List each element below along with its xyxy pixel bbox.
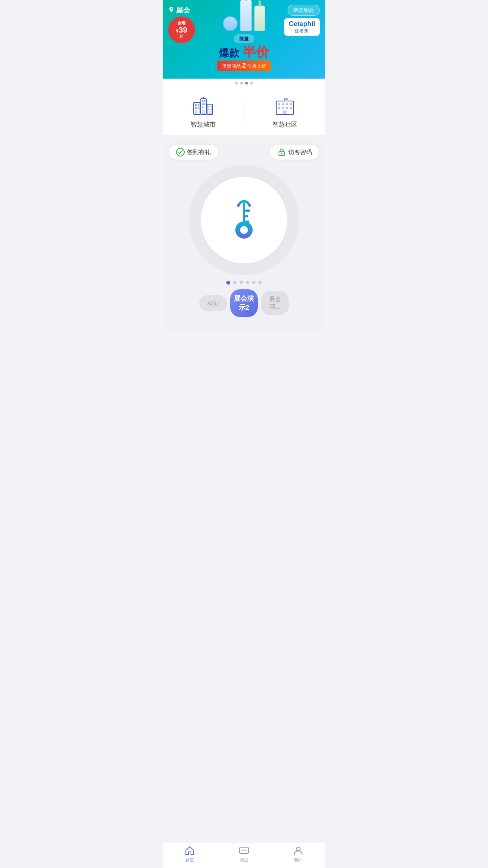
- banner-main-content: 限量 爆款 半价 指定商品 2 件折上折: [217, 0, 271, 71]
- community-building-icon: [274, 96, 296, 118]
- svg-rect-9: [202, 103, 204, 105]
- limit-badge: 限量: [234, 34, 254, 43]
- banner-dot-1: [235, 82, 238, 85]
- home-icon: [185, 846, 195, 856]
- svg-rect-37: [245, 210, 250, 212]
- svg-rect-18: [209, 111, 212, 114]
- svg-point-33: [176, 148, 184, 156]
- carousel-dot-6: [259, 281, 262, 284]
- carousel-dot-5: [252, 281, 255, 284]
- bottom-spacer: [163, 331, 325, 359]
- svg-rect-10: [204, 103, 205, 105]
- tab-demo3[interactable]: 展会演...: [261, 291, 289, 315]
- banner-section: 屋会 全场 ¥39 起 绑定钥匙 Cetaphil 丝塔芙: [163, 0, 325, 79]
- location-pin-icon: [168, 7, 174, 14]
- price-amount: ¥39: [176, 26, 187, 34]
- svg-rect-38: [245, 215, 248, 217]
- banner-dot-3: [245, 82, 248, 85]
- bottom-navigation: 首页 消息 我的: [163, 842, 325, 868]
- svg-point-41: [240, 226, 248, 234]
- svg-rect-5: [195, 110, 197, 114]
- svg-rect-4: [198, 107, 199, 109]
- tab-a5u[interactable]: A5U: [199, 295, 227, 311]
- bottle-jar: [223, 16, 238, 31]
- city-building-icon: [192, 96, 214, 118]
- svg-rect-2: [198, 104, 199, 106]
- checkin-button[interactable]: 签到有礼: [169, 145, 218, 160]
- banner-dot-2: [240, 82, 243, 85]
- visitor-code-button[interactable]: 访客密码: [270, 145, 319, 160]
- svg-rect-21: [278, 103, 280, 105]
- svg-rect-27: [286, 107, 288, 109]
- svg-rect-3: [195, 107, 197, 109]
- carousel-dot-2: [233, 281, 237, 284]
- svg-rect-22: [282, 103, 284, 105]
- svg-rect-1: [195, 104, 197, 106]
- price-badge: 全场 ¥39 起: [168, 17, 195, 43]
- category-smart-city[interactable]: 智慧城市: [163, 96, 244, 129]
- carousel-dot-4: [246, 281, 249, 284]
- category-smart-community[interactable]: 智慧社区: [244, 96, 326, 129]
- svg-rect-12: [202, 110, 205, 114]
- carousel-dot-3: [240, 281, 243, 284]
- expo-label: 屋会: [168, 6, 190, 15]
- banner-pagination: [163, 79, 325, 88]
- svg-point-35: [281, 153, 283, 154]
- lock-icon: [277, 148, 286, 156]
- svg-rect-7: [202, 100, 204, 102]
- svg-rect-25: [278, 107, 280, 109]
- svg-rect-8: [204, 100, 205, 102]
- svg-point-44: [244, 850, 245, 851]
- svg-rect-23: [286, 103, 288, 105]
- key-inner-circle: [201, 177, 287, 263]
- promo-text: 指定商品 2 件折上折: [217, 61, 271, 71]
- category-section: 智慧城市 智慧社区: [163, 88, 325, 135]
- svg-rect-17: [211, 108, 212, 110]
- brand-logo: Cetaphil 丝塔芙: [284, 18, 320, 36]
- svg-rect-16: [208, 108, 209, 110]
- nav-messages[interactable]: 消息: [217, 846, 271, 863]
- message-icon: [239, 846, 249, 856]
- bottle-pump: [240, 0, 252, 31]
- svg-rect-29: [283, 110, 286, 114]
- action-buttons-row: 签到有礼 访客密码: [169, 145, 319, 160]
- svg-point-45: [246, 850, 247, 851]
- svg-point-43: [242, 850, 243, 851]
- svg-rect-28: [290, 107, 292, 109]
- key-carousel: A5U 展会演示2 展会演...: [169, 165, 319, 331]
- svg-rect-11: [202, 107, 204, 108]
- svg-rect-15: [211, 106, 212, 107]
- svg-rect-14: [208, 106, 209, 107]
- bind-key-button[interactable]: 绑定钥匙: [288, 5, 320, 16]
- tab-demo2[interactable]: 展会演示2: [230, 289, 258, 317]
- svg-rect-24: [290, 103, 292, 105]
- check-circle-icon: [176, 148, 185, 156]
- bottle-pump-green: [254, 6, 265, 31]
- nav-profile[interactable]: 我的: [271, 846, 325, 863]
- smart-key-section: 签到有礼 访客密码: [163, 138, 325, 331]
- carousel-pagination: [226, 275, 262, 289]
- headline: 爆款 半价: [217, 45, 271, 59]
- svg-rect-32: [285, 98, 288, 100]
- key-icon: [224, 195, 264, 246]
- carousel-dot-1: [226, 281, 230, 285]
- key-outer-circle[interactable]: [189, 165, 299, 275]
- person-icon: [293, 846, 303, 856]
- tab-selector: A5U 展会演示2 展会演...: [193, 289, 295, 325]
- nav-home[interactable]: 首页: [163, 846, 217, 863]
- banner-dot-4: [250, 82, 253, 85]
- svg-rect-26: [282, 107, 284, 109]
